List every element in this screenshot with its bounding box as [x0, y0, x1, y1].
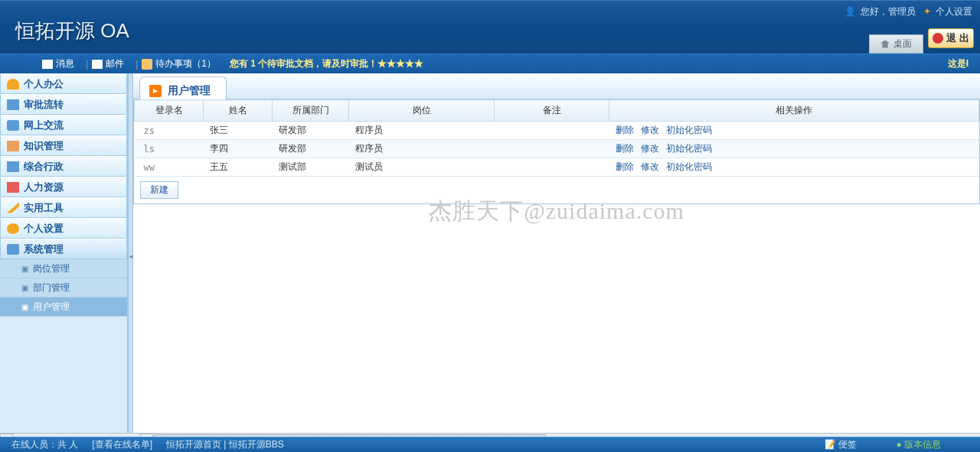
top-right-bar: 👤 您好，管理员 ✦ 个人设置 — [844, 5, 972, 18]
footer-note[interactable]: 📝 便签 — [825, 438, 871, 451]
person-icon — [7, 79, 19, 89]
sidebar-item-system[interactable]: 系统管理 — [0, 239, 127, 259]
cell-actions: 删除 修改 初始化密码 — [609, 158, 979, 177]
hr-icon — [7, 182, 19, 193]
page-title: 用户管理 — [139, 76, 227, 99]
tab-bar: 桌面 — [869, 34, 926, 54]
sidebar-item-tools[interactable]: 实用工具 — [0, 197, 127, 218]
splitter[interactable] — [128, 73, 133, 433]
table-row: ww 王五 测试部 测试员 删除 修改 初始化密码 — [135, 158, 979, 177]
cell-remark — [495, 140, 609, 158]
col-name: 姓名 — [204, 100, 273, 122]
toolbar-mail[interactable]: 邮件 — [92, 57, 124, 70]
toolbar-todo[interactable]: 待办事项（1） — [142, 57, 216, 70]
header: 恒拓开源 OA 👤 您好，管理员 ✦ 个人设置 桌面 退 出 — [0, 0, 980, 54]
cell-actions: 删除 修改 初始化密码 — [609, 122, 979, 140]
content-area: 用户管理 登录名 姓名 所属部门 岗位 备注 相关操作 zs 张三 研发部 程序… — [133, 73, 980, 433]
cell-dept: 研发部 — [273, 140, 349, 158]
cell-post: 程序员 — [349, 122, 495, 140]
action-delete[interactable]: 删除 — [616, 143, 634, 154]
chat-icon — [7, 120, 19, 131]
col-post: 岗位 — [349, 100, 495, 122]
cell-name: 王五 — [204, 158, 273, 177]
gear-icon — [7, 223, 19, 234]
col-action: 相关操作 — [609, 100, 979, 122]
user-table: 登录名 姓名 所属部门 岗位 备注 相关操作 zs 张三 研发部 程序员 删除 … — [134, 99, 979, 177]
action-delete[interactable]: 删除 — [616, 161, 634, 172]
table-row: zs 张三 研发部 程序员 删除 修改 初始化密码 — [135, 122, 979, 140]
cell-remark — [495, 122, 609, 140]
sidebar-item-approval[interactable]: 审批流转 — [0, 94, 127, 115]
hand-icon — [142, 59, 152, 70]
user-icon: 👤 — [844, 6, 856, 17]
action-edit[interactable]: 修改 — [641, 143, 659, 154]
settings-icon: ✦ — [923, 6, 931, 17]
flow-icon — [7, 99, 19, 110]
cell-actions: 删除 修改 初始化密码 — [609, 140, 979, 158]
admin-icon — [7, 161, 19, 172]
cell-post: 测试员 — [349, 158, 495, 177]
cell-login: zs — [135, 122, 204, 140]
sidebar: 个人办公 审批流转 网上交流 知识管理 综合行政 人力资源 实用工具 个人设置 … — [0, 73, 128, 433]
message-icon — [42, 60, 53, 69]
toolbar: 消息 | 邮件 | 待办事项（1） 您有 1 个待审批文档，请及时审批！★★★★… — [0, 54, 980, 73]
sidebar-item-knowledge[interactable]: 知识管理 — [0, 135, 127, 156]
col-remark: 备注 — [495, 100, 609, 122]
tab-desktop[interactable]: 桌面 — [869, 34, 923, 54]
table-row: ls 李四 研发部 程序员 删除 修改 初始化密码 — [135, 140, 979, 158]
cell-login: ww — [135, 158, 204, 177]
submenu: 岗位管理 部门管理 用户管理 — [0, 259, 127, 317]
sidebar-item-hr[interactable]: 人力资源 — [0, 177, 127, 197]
content-header: 用户管理 — [133, 76, 980, 99]
footer-version[interactable]: ● 版本信息 — [896, 438, 955, 451]
book-icon — [7, 141, 19, 151]
sidebar-item-admin[interactable]: 综合行政 — [0, 156, 127, 177]
sidebar-item-communication[interactable]: 网上交流 — [0, 115, 127, 135]
cell-name: 张三 — [204, 122, 273, 140]
toolbar-right-text: 这是I — [948, 57, 969, 70]
submenu-department[interactable]: 部门管理 — [0, 278, 127, 298]
action-reset[interactable]: 初始化密码 — [666, 125, 712, 135]
cell-login: ls — [135, 140, 204, 158]
action-reset[interactable]: 初始化密码 — [666, 143, 712, 154]
new-button[interactable]: 新建 — [140, 181, 178, 199]
col-dept: 所属部门 — [273, 100, 349, 122]
mail-icon — [92, 60, 103, 69]
notice-text: 您有 1 个待审批文档，请及时审批！★★★★★ — [230, 57, 423, 70]
action-edit[interactable]: 修改 — [641, 161, 659, 172]
view-online-list[interactable]: [查看在线名单] — [92, 438, 152, 451]
sidebar-item-settings[interactable]: 个人设置 — [0, 218, 127, 239]
exit-button[interactable]: 退 出 — [928, 28, 974, 48]
greeting-text: 您好，管理员 — [861, 6, 916, 17]
online-count: 在线人员：共 人 — [11, 438, 78, 451]
personal-settings-link[interactable]: 个人设置 — [936, 6, 972, 17]
cell-remark — [495, 158, 609, 177]
app-logo: 恒拓开源 OA — [15, 18, 129, 44]
cell-name: 李四 — [204, 140, 273, 158]
col-login: 登录名 — [135, 100, 204, 122]
toolbar-messages[interactable]: 消息 — [42, 57, 74, 70]
action-delete[interactable]: 删除 — [616, 125, 634, 135]
cell-dept: 研发部 — [273, 122, 349, 140]
submenu-user[interactable]: 用户管理 — [0, 298, 127, 317]
cell-dept: 测试部 — [273, 158, 349, 177]
action-edit[interactable]: 修改 — [641, 125, 659, 135]
system-icon — [7, 244, 19, 255]
submenu-position[interactable]: 岗位管理 — [0, 259, 127, 278]
sidebar-item-personal[interactable]: 个人办公 — [0, 73, 127, 94]
cell-post: 程序员 — [349, 140, 495, 158]
tool-icon — [7, 203, 19, 213]
footer: 在线人员：共 人 [查看在线名单] 恒拓开源首页 | 恒拓开源BBS 📝 便签 … — [0, 437, 980, 452]
footer-links[interactable]: 恒拓开源首页 | 恒拓开源BBS — [166, 438, 284, 451]
action-reset[interactable]: 初始化密码 — [666, 161, 712, 172]
